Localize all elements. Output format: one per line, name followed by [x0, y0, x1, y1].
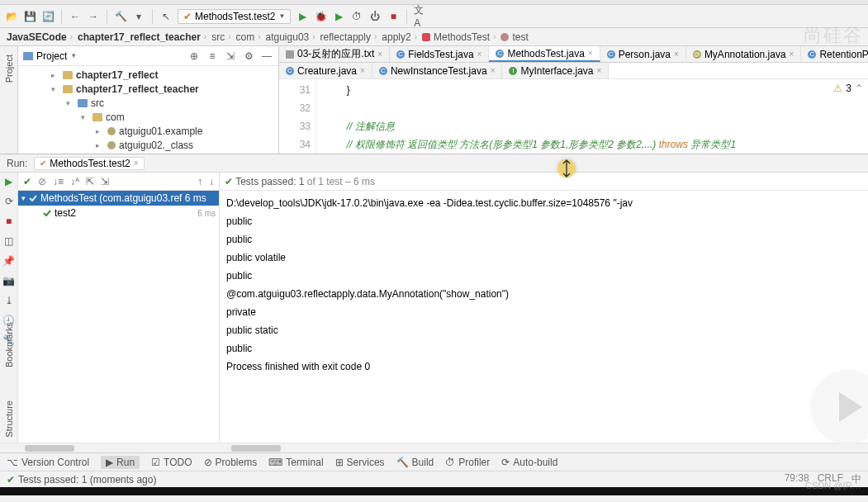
sort-icon[interactable]: ↓≡: [53, 176, 64, 187]
prev-icon[interactable]: ↑: [197, 176, 202, 187]
toggle-auto-icon[interactable]: ⟳: [3, 196, 15, 207]
debug-icon[interactable]: 🐞: [314, 10, 327, 23]
code-area[interactable]: 31 32 33 34 } // 注解信息 // 权限修饰符 返回值类型 方法名…: [279, 79, 868, 154]
crumb-class[interactable]: MethodsTest: [434, 31, 490, 43]
close-icon[interactable]: ×: [674, 50, 679, 59]
crumb-module[interactable]: chapter17_reflect_teacher: [78, 31, 201, 43]
back-icon[interactable]: ←: [69, 10, 82, 23]
bottom-tab-version-control[interactable]: ⌥Version Control: [7, 457, 89, 468]
editor-tab[interactable]: CRetentionPolicy.java×: [801, 46, 868, 62]
bottom-tab-problems[interactable]: ⊘Problems: [204, 457, 258, 468]
layout-icon[interactable]: ◫: [3, 235, 15, 247]
show-passed-icon[interactable]: ✔: [23, 176, 31, 187]
h-scrollbar[interactable]: [0, 443, 868, 452]
close-icon[interactable]: ×: [597, 66, 602, 75]
run-config-combo[interactable]: ✔ MethodsTest.test2 ▼: [178, 9, 291, 24]
tree-node[interactable]: ▸chapter17_reflect: [18, 68, 278, 82]
editor-tab[interactable]: CFieldsTest.java×: [390, 46, 489, 62]
crumb-root[interactable]: JavaSECode: [7, 31, 67, 43]
forward-icon[interactable]: →: [87, 10, 100, 23]
rerun-icon[interactable]: ▶: [3, 176, 15, 187]
editor-tab[interactable]: CPerson.java×: [600, 46, 686, 62]
next-icon[interactable]: ↓: [209, 176, 214, 187]
test-tree-root[interactable]: ▾ MethodsTest (com.atguigu03.ref 6 ms: [18, 191, 219, 206]
inspection-widget[interactable]: ⚠3 ⌃: [833, 83, 863, 94]
collapse-icon[interactable]: ⇲: [101, 176, 109, 187]
close-icon[interactable]: ×: [588, 49, 593, 58]
pin-icon[interactable]: 📌: [3, 255, 15, 267]
tree-node[interactable]: ▸atguigu02._class: [18, 138, 278, 152]
close-icon[interactable]: ×: [790, 50, 794, 59]
profiler-icon[interactable]: ⏱: [350, 10, 363, 23]
translate-icon[interactable]: 文A: [414, 10, 427, 23]
bottom-tab-auto-build[interactable]: ⟳Auto-build: [501, 457, 557, 468]
stop-icon[interactable]: ■: [3, 215, 15, 227]
editor-tab[interactable]: CCreature.java×: [279, 63, 372, 78]
bottom-tab-run[interactable]: ▶Run: [101, 456, 140, 469]
line-sep[interactable]: CRLF: [818, 472, 843, 486]
crumb-pkg2[interactable]: atguigu03: [266, 31, 310, 43]
run-icon[interactable]: ▶: [296, 10, 309, 23]
run-config-tab[interactable]: ✔ MethodsTest.test2 ×: [34, 157, 144, 170]
sync-icon[interactable]: 🔄: [41, 10, 55, 23]
collapse-all-icon[interactable]: ⇲: [224, 50, 237, 63]
crumb-method[interactable]: test: [512, 31, 528, 43]
stop-icon[interactable]: ■: [387, 10, 400, 23]
caret-pos[interactable]: 79:38: [785, 472, 809, 486]
editor-tabs-row1: 03-反射的应用.txt×CFieldsTest.java×CMethodsTe…: [279, 46, 868, 63]
attach-icon[interactable]: ⏻: [368, 10, 382, 23]
bottom-tab-build[interactable]: 🔨Build: [396, 457, 434, 468]
console-output[interactable]: D:\develop_tools\JDK\jdk-17.0.2\bin\java…: [220, 191, 868, 443]
close-icon[interactable]: ×: [134, 159, 139, 168]
crumb-pkg1[interactable]: com: [236, 31, 255, 43]
tree-node[interactable]: ▾chapter17_reflect_teacher: [18, 82, 278, 96]
save-icon[interactable]: 💾: [23, 10, 36, 23]
project-title[interactable]: Project ▼: [23, 50, 77, 62]
expand-all-icon[interactable]: ≡: [206, 50, 219, 63]
bookmarks-tool-tab[interactable]: Bookmarks: [4, 322, 14, 367]
coverage-icon[interactable]: ▶: [332, 10, 345, 23]
bottom-tab-profiler[interactable]: ⏱Profiler: [445, 457, 490, 468]
sort-alpha-icon[interactable]: ↓ᴬ: [70, 176, 79, 187]
cursor-icon[interactable]: ↖: [159, 10, 173, 23]
bottom-tab-terminal[interactable]: ⌨Terminal: [268, 457, 323, 468]
show-ignored-icon[interactable]: ⊘: [38, 176, 46, 187]
editor-tab[interactable]: CNewInstanceTest.java×: [372, 63, 503, 78]
bottom-tab-services[interactable]: ⊞Services: [335, 457, 385, 468]
tab-label: MyAnnotation.java: [704, 49, 786, 60]
encoding[interactable]: 中: [851, 472, 861, 486]
bottom-tab-todo[interactable]: ☑TODO: [151, 457, 192, 468]
tool-icon: ⌨: [268, 457, 282, 468]
console-toolbar: ✔ Tests passed: 1 of 1 test – 6 ms: [220, 173, 868, 191]
close-icon[interactable]: ×: [360, 66, 365, 75]
hide-icon[interactable]: —: [260, 50, 273, 63]
export-icon[interactable]: ⤓: [3, 295, 15, 306]
close-icon[interactable]: ×: [377, 50, 382, 59]
tree-node[interactable]: ▸atguigu01.example: [18, 124, 278, 138]
editor-tab[interactable]: CMethodsTest.java×: [489, 46, 600, 62]
close-icon[interactable]: ×: [491, 66, 496, 75]
tree-node[interactable]: ▾src: [18, 96, 278, 110]
tool-icon: ⊞: [335, 457, 344, 468]
folder-icon: [92, 113, 102, 121]
expand-icon[interactable]: ⇱: [86, 176, 94, 187]
editor-tab[interactable]: 03-反射的应用.txt×: [279, 46, 390, 62]
open-icon[interactable]: 📂: [5, 10, 18, 23]
crumb-src[interactable]: src: [211, 31, 225, 43]
tree-node[interactable]: ▾com: [18, 110, 278, 124]
build-icon[interactable]: 🔨: [114, 10, 127, 23]
structure-tool-tab[interactable]: Structure: [4, 400, 14, 438]
camera-icon[interactable]: 📷: [3, 275, 15, 287]
editor-tab[interactable]: IMyInterface.java×: [502, 63, 609, 78]
gear-icon[interactable]: ⚙: [242, 50, 255, 63]
tree-node[interactable]: ▸atguigu03.reflectapply: [18, 152, 278, 154]
stop-all-icon[interactable]: ▾: [132, 10, 145, 23]
crumb-pkg4[interactable]: apply2: [382, 31, 410, 43]
chevron-down-icon: ▼: [278, 12, 285, 20]
test-tree-leaf[interactable]: test2 6 ms: [18, 206, 219, 220]
select-opened-icon[interactable]: ⊕: [187, 50, 201, 63]
editor-tab[interactable]: @MyAnnotation.java×: [686, 46, 802, 62]
crumb-pkg3[interactable]: reflectapply: [320, 31, 371, 43]
project-tool-tab[interactable]: Project: [4, 54, 14, 83]
close-icon[interactable]: ×: [477, 50, 482, 59]
